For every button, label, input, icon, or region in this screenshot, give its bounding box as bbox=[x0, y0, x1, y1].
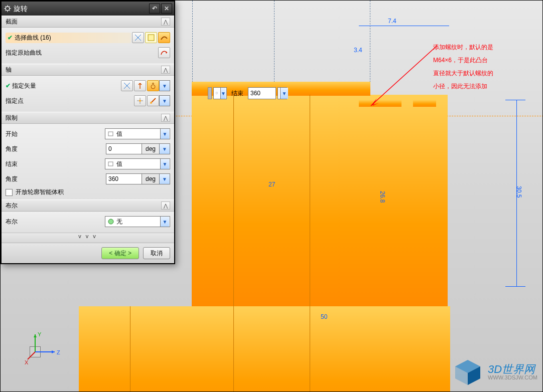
float-value-input[interactable] bbox=[248, 87, 276, 99]
svg-line-5 bbox=[28, 352, 35, 359]
dim-50: 50 bbox=[321, 313, 327, 320]
svg-marker-7 bbox=[52, 350, 55, 353]
region-icon-button[interactable] bbox=[145, 32, 157, 43]
end-label: 结束 bbox=[6, 160, 105, 168]
pick-curve-label[interactable]: ✔ 选择曲线 (16) bbox=[6, 33, 131, 43]
orig-curve-label: 指定原始曲线 bbox=[6, 49, 157, 57]
chevron-up-icon[interactable]: ⋀ bbox=[161, 66, 170, 74]
svg-rect-17 bbox=[108, 162, 113, 166]
drag-handle-icon[interactable] bbox=[208, 87, 212, 99]
dim-27: 27 bbox=[268, 181, 275, 188]
chevron-up-icon[interactable]: ⋀ bbox=[161, 18, 170, 26]
gear-icon bbox=[4, 5, 12, 13]
coord-system-icon: Y Z X bbox=[25, 331, 65, 371]
start-angle-input[interactable] bbox=[106, 143, 142, 154]
open-profile-checkbox-row[interactable]: 开放轮廓智能体积 bbox=[6, 188, 170, 197]
check-icon: ✔ bbox=[8, 34, 13, 41]
float-mode-combo[interactable]: ▼ bbox=[213, 87, 227, 99]
boolean-combo[interactable]: 无▼ bbox=[105, 216, 170, 227]
cancel-button[interactable]: 取消 bbox=[143, 247, 170, 259]
dialog-title: 旋转 bbox=[14, 2, 148, 16]
vector-label: ✔ 指定矢量 bbox=[6, 82, 120, 90]
start-angle-stepper[interactable]: ▼ bbox=[159, 143, 170, 154]
floating-end-input[interactable]: ▼ 结束 ▼ bbox=[208, 87, 287, 99]
revolve-dialog: 旋转 ↶ ✕ 截面 ⋀ ✔ 选择曲线 (16) 指定原始曲线 轴 ⋀ ✔ 指定矢… bbox=[1, 1, 175, 264]
close-button[interactable]: ✕ bbox=[161, 4, 172, 14]
float-label: 结束 bbox=[228, 89, 246, 98]
boolean-label: 布尔 bbox=[6, 218, 105, 226]
dialog-titlebar[interactable]: 旋转 ↶ ✕ bbox=[2, 2, 174, 16]
checkbox-icon[interactable] bbox=[6, 189, 13, 196]
vector-pick-button[interactable] bbox=[134, 80, 146, 91]
vector-dropdown[interactable]: ▼ bbox=[159, 80, 170, 91]
ok-button[interactable]: < 确定 > bbox=[101, 247, 139, 259]
svg-rect-12 bbox=[148, 35, 154, 41]
float-stepper[interactable]: ▼ bbox=[278, 87, 287, 99]
unit-label: deg bbox=[142, 173, 159, 184]
svg-point-15 bbox=[150, 102, 152, 104]
start-label: 开始 bbox=[6, 130, 105, 138]
svg-line-0 bbox=[371, 46, 437, 106]
start-combo[interactable]: 值▼ bbox=[105, 128, 170, 139]
curve-icon-button[interactable] bbox=[158, 32, 170, 43]
section-header-section[interactable]: 截面 ⋀ bbox=[2, 16, 174, 28]
svg-point-13 bbox=[151, 85, 155, 89]
undo-button[interactable]: ↶ bbox=[149, 4, 160, 14]
svg-rect-16 bbox=[108, 132, 113, 136]
end-angle-stepper[interactable]: ▼ bbox=[159, 173, 170, 184]
dialog-footer: < 确定 > 取消 bbox=[2, 243, 174, 263]
point-label: 指定点 bbox=[6, 97, 133, 105]
svg-point-14 bbox=[139, 100, 141, 102]
unit-label: deg bbox=[142, 143, 159, 154]
sketch-icon-button[interactable] bbox=[132, 32, 144, 43]
section-header-boolean[interactable]: 布尔 ⋀ bbox=[2, 200, 174, 212]
dim-7-4: 7.4 bbox=[388, 18, 396, 25]
svg-rect-2 bbox=[216, 92, 218, 94]
start-angle-label: 角度 bbox=[6, 145, 106, 153]
svg-point-11 bbox=[6, 7, 10, 11]
point-pick-button[interactable] bbox=[134, 95, 146, 106]
watermark-logo: 3D世界网 WWW.3DSJW.COM bbox=[453, 357, 537, 387]
svg-point-18 bbox=[108, 219, 113, 224]
point-dropdown[interactable]: ▼ bbox=[159, 95, 170, 106]
end-angle-label: 角度 bbox=[6, 175, 106, 183]
vector-auto-button[interactable] bbox=[147, 80, 159, 91]
dim-3-4: 3.4 bbox=[354, 47, 362, 54]
section-header-limits[interactable]: 限制 ⋀ bbox=[2, 112, 174, 124]
orig-curve-button[interactable] bbox=[158, 47, 170, 58]
annotation-text: 添加螺纹时，默认的是 M64×6，于是此凸台 直径就大于默认螺纹的 小径，因此无… bbox=[433, 41, 538, 93]
end-angle-input[interactable] bbox=[106, 173, 142, 184]
point-snap-button[interactable] bbox=[147, 95, 159, 106]
section-header-axis[interactable]: 轴 ⋀ bbox=[2, 64, 174, 76]
chevron-up-icon[interactable]: ⋀ bbox=[161, 202, 170, 210]
dim-26-8: 26.8 bbox=[379, 191, 386, 203]
more-chevron-icon[interactable]: v v v bbox=[2, 233, 174, 243]
chevron-up-icon[interactable]: ⋀ bbox=[161, 114, 170, 122]
end-combo[interactable]: 值▼ bbox=[105, 158, 170, 169]
vector-flip-button[interactable] bbox=[121, 80, 133, 91]
svg-marker-6 bbox=[34, 334, 37, 337]
